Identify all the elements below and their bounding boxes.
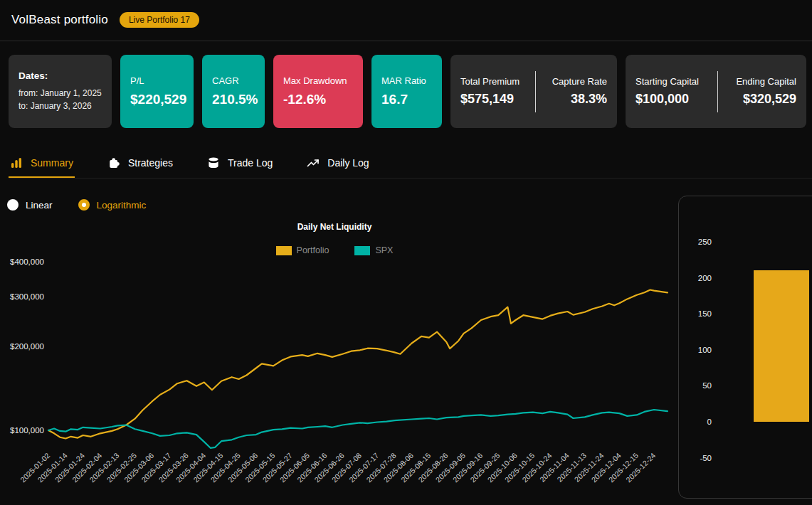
ending-capital-label: Ending Capital [736,76,796,87]
stats-row: Dates: from: January 1, 2025 to: January… [9,55,806,128]
y-axis-tick: 200 [698,274,712,282]
app-root: VolBeast portfolio Live Portfolio 17 Dat… [0,0,812,505]
dates-label: Dates: [19,70,102,81]
card-cagr: CAGR 210.5% [202,55,265,128]
live-portfolio-badge: Live Portfolio 17 [120,12,199,28]
mar-ratio-label: MAR Ratio [381,75,432,86]
spx-line [48,410,668,448]
y-axis-tick: 50 [702,381,712,390]
dates-range: from: January 1, 2025 to: January 3, 202… [19,87,102,112]
ending-capital-value: $320,529 [736,92,796,107]
pl-value: $220,529 [130,92,184,107]
logarithmic-label: Logarithmic [97,200,147,211]
max-drawdown-value: -12.6% [283,92,353,107]
capture-rate-value: 38.3% [552,92,607,107]
tab-strategies-label: Strategies [128,157,173,169]
header: VolBeast portfolio Live Portfolio 17 [11,4,801,36]
total-premium-label: Total Premium [460,76,520,87]
pl-label: P/L [130,75,184,86]
tab-bar: Summary Strategies Trade Log [9,152,812,179]
page-title: VolBeast portfolio [11,13,108,27]
tab-daily-log[interactable]: Daily Log [305,152,370,178]
net-liquidity-chart[interactable]: $100,000$200,000$300,000$400,0002025-01-… [0,213,678,505]
y-axis-tick: $300,000 [10,292,44,301]
cagr-label: CAGR [212,75,255,86]
total-premium-value: $575,149 [460,92,520,107]
tab-summary-label: Summary [31,157,73,169]
card-capital: Starting Capital $100,000 Ending Capital… [626,55,806,128]
puzzle-icon [107,156,120,169]
dates-card: Dates: from: January 1, 2025 to: January… [9,55,112,128]
y-axis-tick: $100,000 [10,426,44,435]
scale-toggle: Linear Logarithmic [7,199,146,211]
tab-strategies[interactable]: Strategies [106,152,174,178]
card-mar-ratio: MAR Ratio 16.7 [371,55,442,128]
total-premium-col: Total Premium $575,149 [460,76,520,107]
tab-trade-log-label: Trade Log [228,157,273,169]
starting-capital-col: Starting Capital $100,000 [636,76,699,107]
logarithmic-radio[interactable]: Logarithmic [78,199,147,211]
cagr-value: 210.5% [212,92,255,107]
tab-daily-log-label: Daily Log [327,157,369,169]
database-icon [207,156,220,169]
card-premium-capture: Total Premium $575,149 Capture Rate 38.3… [450,55,617,128]
trend-up-icon [307,156,320,169]
card-pl: P/L $220,529 [120,55,194,128]
capture-rate-col: Capture Rate 38.3% [552,76,607,107]
y-axis-tick: -50 [700,454,712,462]
card-divider [717,71,718,112]
card-divider [535,71,536,112]
starting-capital-label: Starting Capital [636,76,699,87]
y-axis-tick: $200,000 [10,342,44,351]
y-axis-tick: 0 [707,418,712,426]
side-panel: 250200150100500-50 [678,196,812,499]
tab-summary[interactable]: Summary [9,152,75,178]
y-axis-tick: $400,000 [10,257,44,266]
portfolio-cagr-bar [754,270,809,422]
card-max-drawdown: Max Drawdown -12.6% [273,55,363,128]
max-drawdown-label: Max Drawdown [283,75,353,86]
tab-trade-log[interactable]: Trade Log [206,152,274,178]
portfolio-line [48,290,668,439]
header-divider [0,41,812,41]
date-from: from: January 1, 2025 [19,87,102,100]
y-axis-tick: 150 [698,309,712,318]
bar-chart-icon [10,156,23,169]
cagr-bar-chart[interactable]: 250200150100500-50 [679,196,812,498]
starting-capital-value: $100,000 [636,92,699,107]
date-to: to: January 3, 2026 [19,100,102,112]
ending-capital-col: Ending Capital $320,529 [736,76,796,107]
radio-selected-icon[interactable] [78,199,90,211]
y-axis-tick: 250 [698,238,712,246]
capture-rate-label: Capture Rate [552,76,607,87]
mar-ratio-value: 16.7 [381,92,432,107]
linear-radio[interactable]: Linear [7,199,53,211]
y-axis-tick: 100 [698,346,712,354]
linear-label: Linear [26,200,53,211]
radio-unselected-icon[interactable] [7,199,19,211]
